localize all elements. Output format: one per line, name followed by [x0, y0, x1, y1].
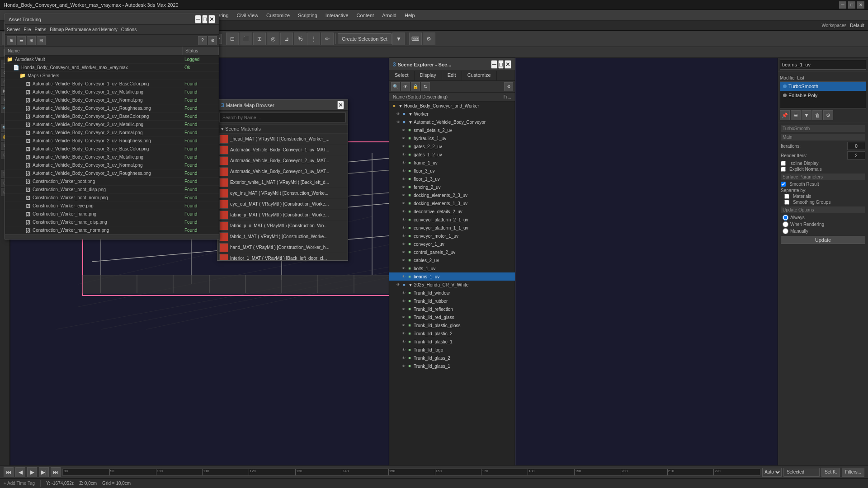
render-iters-input[interactable] — [847, 151, 865, 160]
se-tree-item[interactable]: 👁 ■ ▼ Automatic_Vehicle_Body_Conveyor — [389, 118, 515, 126]
mirror-button[interactable]: ⬛ — [240, 33, 252, 45]
mb-close-button[interactable]: ✕ — [337, 101, 344, 109]
menu-item-content[interactable]: Content — [353, 10, 378, 20]
at-row[interactable]: 🖼 Construction_Worker_boot.png Found — [5, 178, 219, 186]
at-row[interactable]: 🖼 Automatic_Vehicle_Body_Conveyor_2_uv_B… — [5, 113, 219, 121]
menu-item-customize[interactable]: Customize — [263, 10, 293, 20]
se-tree[interactable]: ■ ▼ Honda_Body_Conveyor_and_Worker 👁 ■ ▼… — [389, 102, 515, 478]
smooth-result-label[interactable]: Smooth Result — [781, 182, 865, 187]
snap-button[interactable]: ◎ — [267, 33, 279, 45]
materials-checkbox[interactable] — [784, 194, 789, 199]
at-menu-file[interactable]: File — [24, 27, 31, 32]
se-tree-item[interactable]: ■ ▼ Honda_Body_Conveyor_and_Worker — [389, 102, 515, 110]
se-tree-item[interactable]: 👁 ■ beams_1_uv — [389, 272, 515, 281]
isoline-display-label[interactable]: Isoline Display — [781, 161, 865, 166]
at-row[interactable]: 📁 Maps / Shaders — [5, 72, 219, 80]
maximize-button[interactable]: □ — [848, 1, 855, 9]
at-menu-bitmap-performance-and-memory[interactable]: Bitmap Performance and Memory — [50, 27, 118, 32]
mb-material-item[interactable]: Exterior_white_1_MAT ( VRayMtl ) [Back_l… — [217, 177, 348, 188]
at-row[interactable]: 🖼 Automatic_Vehicle_Body_Conveyor_2_uv_R… — [5, 137, 219, 145]
at-row[interactable]: 🖼 Automatic_Vehicle_Body_Conveyor_2_uv_N… — [5, 129, 219, 137]
when-rendering-radio[interactable] — [783, 221, 788, 227]
more-tools-button[interactable]: ▼ — [392, 33, 405, 45]
play-button[interactable]: ▶ — [27, 467, 37, 477]
at-btn-3[interactable]: ⊞ — [27, 36, 36, 45]
se-tree-item[interactable]: 👁 ■ hydraulics_1_uv — [389, 134, 515, 142]
se-tree-item[interactable]: 👁 ■ small_details_2_uv — [389, 126, 515, 134]
se-options-button[interactable]: ⚙ — [504, 82, 513, 91]
at-btn-4[interactable]: ⊟ — [37, 36, 46, 45]
se-tree-item[interactable]: 👁 ■ Trunk_lid_glass_2 — [389, 354, 515, 362]
mb-material-item[interactable]: Automatic_Vehicle_Body_Conveyor_1_uv_MAT… — [217, 145, 348, 155]
se-tree-item[interactable]: 👁 ■ conveyor_1_uv — [389, 240, 515, 248]
at-btn-2[interactable]: ☰ — [17, 36, 26, 45]
menu-item-help[interactable]: Help — [401, 10, 419, 20]
se-tree-item[interactable]: 👁 ■ cables_2_uv — [389, 256, 515, 264]
se-display-tab[interactable]: Display — [415, 71, 442, 80]
mb-material-list[interactable]: _head_MAT ( VRayMtl ) [Construction_Work… — [217, 134, 348, 260]
isoline-display-checkbox[interactable] — [781, 161, 786, 166]
mb-material-item[interactable]: eye_ins_MAT ( VRayMtl ) [Construction_Wo… — [217, 188, 348, 199]
at-row[interactable]: 📁 Autodesk Vault Logged — [5, 56, 219, 64]
at-row[interactable]: 🖼 Construction_Worker_hand_norm.png Foun… — [5, 226, 219, 235]
at-row[interactable]: 🖼 Construction_Worker_eye.png Found — [5, 202, 219, 210]
modifier-item[interactable]: TurboSmooth — [780, 82, 866, 91]
se-minimize-button[interactable]: ─ — [491, 60, 497, 69]
se-tree-item[interactable]: 👁 ■ ▼ 2025_Honda_CR_V_White — [389, 281, 515, 289]
at-row[interactable]: 🖼 Automatic_Vehicle_Body_Conveyor_3_uv_R… — [5, 169, 219, 178]
at-menu-options[interactable]: Options — [121, 27, 137, 32]
mb-material-item[interactable]: _head_MAT ( VRayMtl ) [Construction_Work… — [217, 134, 348, 145]
at-row[interactable]: 🖼 Automatic_Vehicle_Body_Conveyor_1_uv_B… — [5, 80, 219, 88]
se-tree-item[interactable]: 👁 ■ frame_1_uv — [389, 159, 515, 167]
at-row[interactable]: 🖼 Automatic_Vehicle_Body_Conveyor_3_uv_M… — [5, 153, 219, 161]
smoothing-groups-label[interactable]: Smoothing Groups — [781, 200, 865, 205]
se-tree-item[interactable]: 👁 ■ floor_1_3_uv — [389, 175, 515, 183]
se-eye-button[interactable]: 👁 — [401, 82, 410, 91]
mb-material-item[interactable]: fabric_p_MAT ( VRayMtl ) [Construction_W… — [217, 210, 348, 221]
mb-material-item[interactable]: Automatic_Vehicle_Body_Conveyor_2_uv_MAT… — [217, 155, 348, 166]
explicit-normals-label[interactable]: Explicit Normals — [781, 167, 865, 172]
at-scrollbar[interactable] — [5, 235, 219, 239]
at-minimize-button[interactable]: ─ — [195, 15, 201, 23]
pin-stack-button[interactable]: 📌 — [780, 110, 790, 120]
percent-snap-button[interactable]: % — [294, 33, 307, 45]
se-tree-item[interactable]: 👁 ■ conveyor_motor_1_uv — [389, 232, 515, 240]
smooth-result-checkbox[interactable] — [781, 182, 786, 187]
timeline[interactable]: 8090100110120130140150160170180190200210… — [62, 469, 760, 476]
at-row[interactable]: 🖼 Automatic_Vehicle_Body_Conveyor_3_uv_B… — [5, 145, 219, 153]
prev-frame-button[interactable]: ◀ — [15, 467, 25, 477]
se-tree-item[interactable]: 👁 ■ Trunk_lid_glass_1 — [389, 362, 515, 370]
go-start-button[interactable]: ⏮ — [4, 467, 14, 477]
go-end-button[interactable]: ⏭ — [51, 467, 61, 477]
show-end-button[interactable]: ▼ — [802, 110, 811, 120]
se-tree-item[interactable]: 👁 ■ Trunk_lid_plastic_1 — [389, 338, 515, 346]
se-select-tab[interactable]: Select — [389, 71, 415, 80]
smoothing-groups-checkbox[interactable] — [784, 200, 789, 205]
modifier-item[interactable]: Editable Poly — [780, 91, 866, 100]
at-row[interactable]: 📄 Honda_Body_Conveyor_and_Worker_max_vra… — [5, 64, 219, 72]
set-k-button[interactable]: Set K. — [821, 468, 840, 477]
at-row[interactable]: 🖼 Construction_Worker_boot_norm.png Foun… — [5, 194, 219, 202]
menu-item-interactive[interactable]: Interactive — [322, 10, 352, 20]
se-edit-tab[interactable]: Edit — [442, 71, 462, 80]
se-lock-button[interactable]: 🔒 — [411, 82, 420, 91]
menu-item-arnold[interactable]: Arnold — [378, 10, 400, 20]
at-restore-button[interactable]: □ — [202, 15, 208, 23]
at-file-list[interactable]: 📁 Autodesk Vault Logged 📄 Honda_Body_Con… — [5, 56, 219, 235]
menu-item-civil-view[interactable]: Civil View — [233, 10, 262, 20]
delete-modifier-button[interactable]: 🗑 — [812, 110, 822, 120]
se-close-button[interactable]: ✕ — [505, 60, 511, 69]
mb-material-item[interactable]: fabric_p_o_MAT ( VRayMtl ) [Construction… — [217, 221, 348, 231]
array-button[interactable]: ⊞ — [253, 33, 266, 45]
mb-material-item[interactable]: Interior_1_MAT ( VRayMtl ) [Back_left_do… — [217, 253, 348, 260]
se-tree-item[interactable]: 👁 ■ Trunk_lid_rubber — [389, 297, 515, 305]
se-filter-button[interactable]: 🔍 — [391, 82, 400, 91]
se-sort-button[interactable]: ⇅ — [421, 82, 430, 91]
se-tree-item[interactable]: 👁 ■ Trunk_lid_red_glass — [389, 313, 515, 321]
minimize-button[interactable]: ─ — [839, 1, 846, 9]
at-help-button[interactable]: ? — [198, 36, 207, 45]
at-row[interactable]: 🖼 Automatic_Vehicle_Body_Conveyor_1_uv_R… — [5, 104, 219, 113]
mb-material-item[interactable]: Automatic_Vehicle_Body_Conveyor_3_uv_MAT… — [217, 166, 348, 177]
at-settings-button[interactable]: ⚙ — [208, 36, 217, 45]
se-tree-item[interactable]: 👁 ■ docking_elements_1_3_uv — [389, 199, 515, 207]
